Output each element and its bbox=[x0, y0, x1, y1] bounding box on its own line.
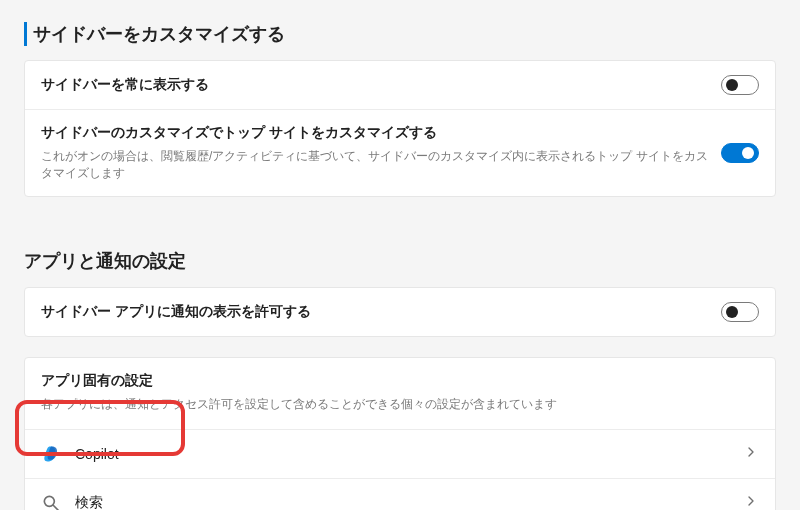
row-desc-customize-top-sites: これがオンの場合は、閲覧履歴/アクティビティに基づいて、サイドバーのカスタマイズ… bbox=[41, 148, 709, 182]
toggle-always-show-sidebar[interactable] bbox=[721, 75, 759, 95]
sidebar-customize-card: サイドバーを常に表示する サイドバーのカスタマイズでトップ サイトをカスタマイズ… bbox=[24, 60, 776, 197]
row-title-customize-top-sites: サイドバーのカスタマイズでトップ サイトをカスタマイズする bbox=[41, 124, 709, 142]
row-customize-top-sites: サイドバーのカスタマイズでトップ サイトをカスタマイズする これがオンの場合は、… bbox=[25, 109, 775, 196]
app-row-search[interactable]: 検索 bbox=[25, 479, 775, 510]
svg-line-1 bbox=[54, 505, 59, 510]
row-always-show-sidebar: サイドバーを常に表示する bbox=[25, 61, 775, 109]
app-settings-title: アプリ固有の設定 bbox=[41, 372, 759, 390]
row-allow-sidebar-app-notifications: サイドバー アプリに通知の表示を許可する bbox=[25, 288, 775, 336]
app-settings-desc: 各アプリには、通知とアクセス許可を設定して含めることができる個々の設定が含まれて… bbox=[41, 396, 759, 413]
app-specific-settings-header: アプリ固有の設定 各アプリには、通知とアクセス許可を設定して含めることができる個… bbox=[25, 358, 775, 430]
chevron-right-icon bbox=[743, 444, 759, 463]
app-row-copilot[interactable]: Copilot bbox=[25, 430, 775, 479]
search-icon bbox=[41, 493, 61, 510]
app-specific-settings-card: アプリ固有の設定 各アプリには、通知とアクセス許可を設定して含めることができる個… bbox=[24, 357, 776, 510]
toggle-customize-top-sites[interactable] bbox=[721, 143, 759, 163]
chevron-right-icon bbox=[743, 493, 759, 510]
toggle-allow-sidebar-app-notifications[interactable] bbox=[721, 302, 759, 322]
app-label-copilot: Copilot bbox=[75, 446, 729, 462]
row-title-allow-notifications: サイドバー アプリに通知の表示を許可する bbox=[41, 303, 709, 321]
notifications-card: サイドバー アプリに通知の表示を許可する bbox=[24, 287, 776, 337]
copilot-icon bbox=[41, 444, 61, 464]
row-title-always-show: サイドバーを常に表示する bbox=[41, 76, 709, 94]
section-heading-customize-sidebar: サイドバーをカスタマイズする bbox=[24, 22, 800, 46]
section-heading-app-notifications: アプリと通知の設定 bbox=[0, 227, 800, 287]
app-label-search: 検索 bbox=[75, 494, 729, 510]
svg-point-0 bbox=[44, 496, 54, 506]
